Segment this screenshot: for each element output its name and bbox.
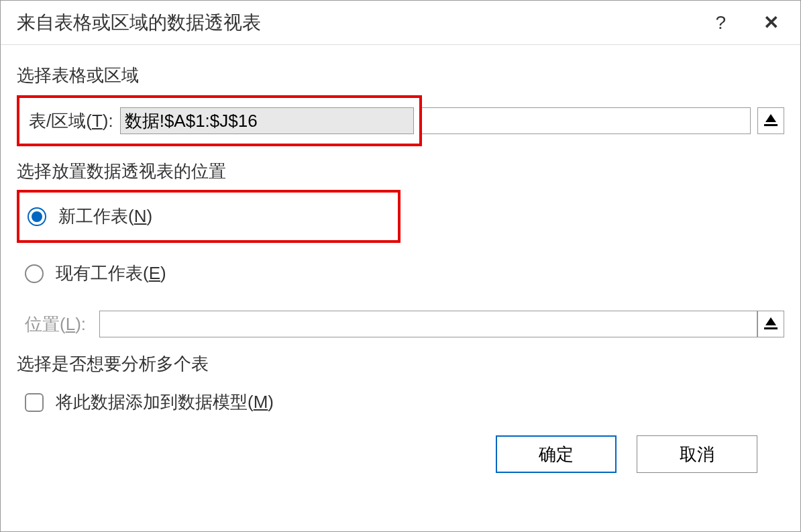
help-button[interactable]: ? — [710, 9, 731, 36]
table-range-row: 表/区域(T): — [17, 95, 422, 146]
checkbox-label: 将此数据添加到数据模型(M) — [56, 390, 274, 414]
button-bar: 确定 取消 — [17, 429, 784, 473]
placement-section-label: 选择放置数据透视表的位置 — [17, 160, 784, 183]
location-label: 位置(L): — [25, 313, 86, 336]
radio-new-worksheet[interactable]: 新工作表(N) — [17, 190, 400, 243]
cancel-button[interactable]: 取消 — [637, 435, 757, 473]
ok-button[interactable]: 确定 — [496, 435, 617, 473]
radio-existing-circle[interactable] — [25, 264, 44, 283]
checkbox-add-to-model[interactable]: 将此数据添加到数据模型(M) — [17, 382, 784, 422]
table-range-input[interactable] — [120, 107, 414, 134]
table-range-label: 表/区域(T): — [25, 109, 113, 133]
multiple-section-label: 选择是否想要分析多个表 — [17, 352, 784, 376]
radio-existing-worksheet[interactable]: 现有工作表(E) — [17, 250, 784, 297]
checkbox-box[interactable] — [25, 393, 44, 412]
table-range-input-ext[interactable] — [422, 107, 751, 134]
titlebar: 来自表格或区域的数据透视表 ? ✕ — [1, 1, 800, 45]
location-input[interactable] — [99, 311, 757, 337]
collapse-icon — [765, 319, 776, 329]
collapse-location-button[interactable] — [757, 311, 784, 337]
collapse-range-button[interactable] — [757, 107, 784, 134]
location-row: 位置(L): — [17, 308, 784, 340]
select-range-section-label: 选择表格或区域 — [17, 64, 784, 87]
radio-existing-label: 现有工作表(E) — [56, 262, 166, 285]
dialog-title: 来自表格或区域的数据透视表 — [17, 10, 261, 36]
pivot-table-dialog: 来自表格或区域的数据透视表 ? ✕ 选择表格或区域 表/区域(T): 选择 — [0, 0, 801, 532]
radio-new-circle[interactable] — [28, 207, 46, 226]
close-button[interactable]: ✕ — [758, 9, 784, 36]
collapse-icon — [765, 115, 776, 126]
radio-new-label: 新工作表(N) — [58, 205, 152, 228]
